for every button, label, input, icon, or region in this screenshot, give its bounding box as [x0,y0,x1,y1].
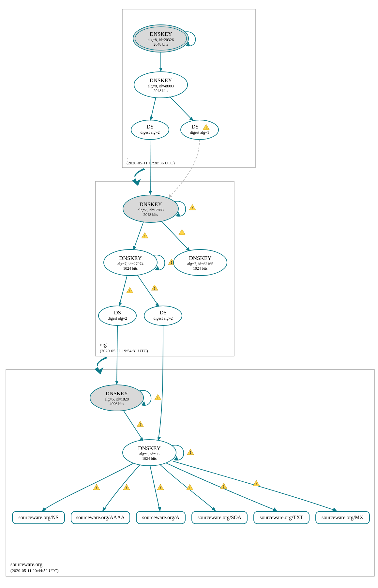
warning-icon [137,421,144,427]
dnssec-graph: ! . (2020-05-11 17:38:36 UTC) org (2020-… [0,0,378,588]
record-ns[interactable]: sourceware.org/NS [12,511,65,524]
svg-text:digest alg=2: digest alg=2 [108,316,127,321]
node-sw-ksk[interactable]: DNSKEY alg=5, id=1828 4096 bits [90,385,144,411]
svg-text:alg=7, id=27074: alg=7, id=27074 [117,262,144,266]
warning-icon [127,287,133,293]
warning-icon [123,484,130,490]
svg-text:alg=7, id=17883: alg=7, id=17883 [138,208,164,212]
svg-text:sourceware.org/NS: sourceware.org/NS [19,515,59,520]
svg-text:sourceware.org/TXT: sourceware.org/TXT [260,515,303,520]
edge-org-dsb-sw-zsk [158,325,163,440]
node-root-ds2[interactable]: DS digest alg=2 [131,120,169,140]
warning-icon [151,285,158,291]
warning-icon [187,449,194,455]
svg-marker-52 [115,381,118,385]
svg-point-13 [131,120,169,140]
warning-icon [253,480,260,486]
warning-icon [187,484,193,490]
svg-text:DNSKEY: DNSKEY [106,390,128,397]
svg-text:sourceware.org/A: sourceware.org/A [142,515,179,520]
zone-org-label: org [100,342,107,348]
svg-text:sourceware.org/SOA: sourceware.org/SOA [198,515,242,520]
edge-org-ksk-zsk2 [161,221,189,250]
zone-arrow-root-org [132,168,145,186]
edge-sw-zsk-ns [42,463,134,511]
svg-text:2048 bits: 2048 bits [154,42,168,47]
warning-icon [142,233,148,238]
zone-root-label: . [127,154,128,159]
svg-text:DNSKEY: DNSKEY [140,201,162,207]
zone-arrow-org-sw [95,357,108,374]
edge-org-zsk1-dsa [119,275,127,305]
svg-text:4096 bits: 4096 bits [110,401,124,406]
warning-icon [93,484,100,490]
node-org-ds-a[interactable]: DS digest alg=2 [98,306,136,325]
svg-text:2048 bits: 2048 bits [154,88,168,93]
svg-text:digest alg=2: digest alg=2 [140,130,159,135]
zone-org-time: (2020-05-11 19:54:31 UTC) [100,348,148,353]
record-a[interactable]: sourceware.org/A [136,511,185,524]
svg-marker-12 [159,68,162,72]
svg-text:DS: DS [114,309,121,316]
zone-sw-label: sourceware.org [10,562,42,567]
warning-icon [220,483,227,489]
zone-sourceware-box [6,369,374,576]
warning-icon [179,229,185,235]
node-root-ds1[interactable]: DS digest alg=1 [181,120,219,140]
svg-text:DNSKEY: DNSKEY [150,77,172,83]
edge-root-ds1-org-ksk [169,140,200,198]
svg-marker-27 [168,194,172,198]
record-txt[interactable]: sourceware.org/TXT [254,511,309,524]
edge-org-dsa-sw-ksk [117,325,117,384]
svg-text:1024 bits: 1024 bits [193,266,208,271]
svg-text:alg=8, id=20326: alg=8, id=20326 [148,38,174,42]
edge-org-ksk-zsk1 [134,222,144,249]
svg-text:1024 bits: 1024 bits [123,266,138,271]
record-soa[interactable]: sourceware.org/SOA [192,511,247,524]
edge-root-zsk-ds1 [170,97,192,120]
edge-root-zsk-ds2 [151,97,156,119]
svg-text:DNSKEY: DNSKEY [189,255,212,261]
svg-text:DS: DS [159,309,167,316]
svg-text:alg=7, id=62165: alg=7, id=62165 [187,262,213,266]
svg-text:sourceware.org/AAAA: sourceware.org/AAAA [76,515,125,520]
record-aaaa[interactable]: sourceware.org/AAAA [71,511,130,524]
node-org-ksk[interactable]: DNSKEY alg=7, id=17883 2048 bits [123,195,178,222]
svg-text:alg=5, id=1828: alg=5, id=1828 [105,397,129,401]
svg-marker-77 [332,507,337,511]
node-org-zsk2[interactable]: DNSKEY alg=7, id=62165 1024 bits [174,249,227,276]
warning-icon [155,394,161,400]
zone-root-time: (2020-05-11 17:38:36 UTC) [127,160,175,165]
svg-marker-26 [149,191,152,195]
zone-sw-time: (2020-05-11 20:44:52 UTC) [10,568,59,573]
node-root-zsk[interactable]: DNSKEY alg=8, id=48903 2048 bits [134,72,188,98]
warning-icon [189,204,196,210]
svg-marker-72 [42,507,46,511]
node-org-ds-b[interactable]: DS digest alg=2 [144,306,182,325]
svg-text:alg=5, id=96: alg=5, id=96 [139,452,159,456]
svg-point-42 [144,306,182,325]
svg-text:DS: DS [146,124,154,130]
svg-text:sourceware.org/MX: sourceware.org/MX [322,515,364,520]
svg-text:2048 bits: 2048 bits [144,212,158,217]
svg-marker-75 [212,507,216,511]
svg-point-16 [181,120,219,140]
node-sw-zsk[interactable]: DNSKEY alg=5, id=96 1024 bits [123,440,176,466]
svg-text:digest alg=2: digest alg=2 [153,316,173,321]
svg-text:1024 bits: 1024 bits [142,456,157,461]
warning-icon [157,484,164,490]
svg-text:digest alg=1: digest alg=1 [190,130,209,135]
record-mx[interactable]: sourceware.org/MX [316,511,370,524]
edge-sw-zsk-aaaa [103,464,140,511]
svg-text:DS: DS [191,124,199,130]
svg-point-39 [98,306,136,325]
svg-text:DNSKEY: DNSKEY [150,31,172,37]
svg-marker-73 [102,507,106,511]
node-root-ksk[interactable]: DNSKEY alg=8, id=20326 2048 bits [133,25,189,52]
node-org-zsk1[interactable]: DNSKEY alg=7, id=27074 1024 bits [104,249,157,276]
svg-text:DNSKEY: DNSKEY [138,445,161,451]
svg-text:DNSKEY: DNSKEY [119,255,142,261]
edge-root-ds2-org-ksk [150,140,150,194]
svg-marker-45 [119,302,122,306]
svg-text:alg=8, id=48903: alg=8, id=48903 [148,84,174,88]
